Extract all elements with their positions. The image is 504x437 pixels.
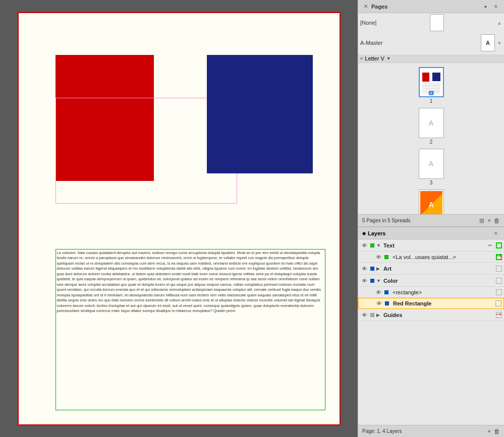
pages-scroll-area[interactable]: 1 1 A 2 A [358,63,504,214]
layer-visibility-guides[interactable]: 👁 [360,311,368,319]
page-label-1: 1 [430,98,433,104]
layers-section: ◆ Layers ≡ 👁 ▼ Text ✏ 👁 [358,227,504,437]
layer-color-guides [370,313,374,317]
scroll-down-icon[interactable]: ▼ [497,40,502,46]
layer-name-text: Text [383,242,485,248]
page-item-2[interactable]: A 2 [417,106,446,147]
pages-arrange-icon[interactable]: ⊞ [479,217,484,224]
pages-footer-icons: ⊞ + 🗑 [479,217,500,224]
sublayer-text-content[interactable]: 👁 <La vol...usaes quiatat...> [358,252,504,263]
layers-arrow-icon: ◆ [362,231,366,236]
layers-footer-text: Page: 1, 4 Layers [362,428,402,434]
page-badge-1: 1 [428,91,433,95]
layer-expand-art[interactable]: ▶ [376,266,381,271]
sublayer-select-text[interactable] [496,254,502,260]
page-item-4[interactable]: A 4 [417,188,446,214]
text-content-area: La volorem. Itata cusaes quiatatent deru… [55,249,325,410]
layer-select-guides[interactable] [496,312,502,318]
none-label: [None] [360,20,376,26]
panel-header-left: ✕ Pages [362,3,387,10]
page-thumb-2[interactable]: A [419,108,444,138]
layers-toolbar: ◆ Layers ≡ [358,227,504,239]
layer-name-color: Color [383,278,494,284]
layer-name-guides: Guides [383,312,494,318]
page-thumb-4[interactable]: A [419,190,444,214]
layers-title: ◆ Layers [362,230,385,236]
blue-rectangle-shape[interactable] [207,55,313,173]
letter-section-header: ≡ Letter V ▼ [358,54,504,63]
layer-guides-group[interactable]: 👁 ▶ Guides [358,309,504,321]
page-thumb-1[interactable]: 1 [419,67,444,97]
sublayer-select-red-rect[interactable] [495,300,501,306]
layer-color-art [370,267,374,271]
layer-expand-guides[interactable]: ▶ [376,313,381,318]
sublayer-name-rect: <rectangle> [393,289,494,295]
sublayer-name-text: <La vol...usaes quiatat...> [393,254,494,260]
layers-title-text: Layers [368,230,385,236]
a-master-label: A-Master [360,40,383,46]
letter-label: Letter V [365,55,384,61]
layer-select-text[interactable] [496,242,502,248]
body-text: La volorem. Itata cusaes quiatatent deru… [57,251,324,314]
letter-dropdown[interactable]: ≡ Letter V ▼ [360,55,391,61]
page-thumb-3[interactable]: A [419,149,444,179]
sublayer-visibility-red-rect[interactable]: 👁 [375,299,383,307]
none-thumbnail [430,14,444,31]
pages-delete-icon[interactable]: 🗑 [494,217,500,224]
layer-color-color [370,279,374,283]
layer-visibility-text[interactable]: 👁 [360,241,368,249]
panel-header: ✕ Pages ◂ ≡ [358,0,504,13]
scroll-up-icon[interactable]: ▲ [497,20,502,26]
sublayer-name-red-rect: Red Rectangle [393,300,493,306]
panel-menu-icon[interactable]: ≡ [492,3,500,10]
page-content: La volorem. Itata cusaes quiatatent deru… [18,12,341,425]
layer-edit-text[interactable]: ✏ [487,242,494,249]
layers-rows-container: 👁 ▼ Text ✏ 👁 <La vol...usaes quiatat...>… [358,239,504,321]
layer-visibility-color[interactable]: 👁 [360,277,368,285]
layer-text-group[interactable]: 👁 ▼ Text ✏ [358,239,504,252]
layers-delete-icon[interactable]: 🗑 [494,428,500,435]
layers-add-icon[interactable]: + [487,428,491,435]
page-wrapper: La volorem. Itata cusaes quiatatent deru… [18,12,341,425]
sublayer-color-text [384,255,388,259]
right-panel: ✕ Pages ◂ ≡ [None] ▲ A-Master A ▼ [358,0,504,437]
page-label-3: 3 [430,180,433,185]
a-master-row[interactable]: A-Master A ▼ [358,33,504,52]
sublayer-red-rectangle[interactable]: 👁 Red Rectangle [358,298,504,309]
sublayer-visibility-rect[interactable]: 👁 [374,288,382,296]
none-master-row: [None] ▲ [358,13,504,32]
layer-visibility-art[interactable]: 👁 [360,265,368,273]
sublayer-select-rect[interactable] [496,289,502,295]
layers-footer-icons: + 🗑 [487,428,500,435]
canvas-area: La volorem. Itata cusaes quiatatent deru… [0,0,358,437]
pages-footer: 5 Pages in 5 Spreads ⊞ + 🗑 [358,214,504,226]
panel-collapse-icon[interactable]: ◂ [481,3,489,10]
layer-color-group[interactable]: 👁 ▼ Color [358,275,504,287]
layer-select-color[interactable] [496,278,502,284]
layer-select-art[interactable] [496,266,502,272]
layer-name-art: Art [383,266,494,272]
panel-close-button[interactable]: ✕ [362,3,369,10]
sublayer-rectangle[interactable]: 👁 <rectangle> [358,287,504,298]
pages-section: [None] ▲ A-Master A ▼ ≡ Letter V ▼ [358,13,504,227]
pages-count-text: 5 Pages in 5 Spreads [362,218,411,223]
layer-art-group[interactable]: 👁 ▶ Art [358,263,504,275]
layer-expand-color[interactable]: ▼ [376,278,381,283]
layer-color-text [370,243,374,247]
sublayer-color-red-rect [385,301,389,305]
page-label-2: 2 [430,139,433,145]
layers-list: 👁 ▼ Text ✏ 👁 <La vol...usaes quiatat...>… [358,239,504,425]
layer-expand-text[interactable]: ▼ [376,243,381,248]
layers-menu-icon[interactable]: ≡ [492,230,500,237]
layers-footer: Page: 1, 4 Layers + 🗑 [358,425,504,437]
sublayer-color-rect [384,290,388,294]
sublayer-visibility-text[interactable]: 👁 [374,253,382,261]
page-item-3[interactable]: A 3 [417,147,446,188]
pages-add-icon[interactable]: + [487,217,491,224]
panel-title: Pages [371,4,387,10]
page-item-1[interactable]: 1 1 [417,65,446,106]
